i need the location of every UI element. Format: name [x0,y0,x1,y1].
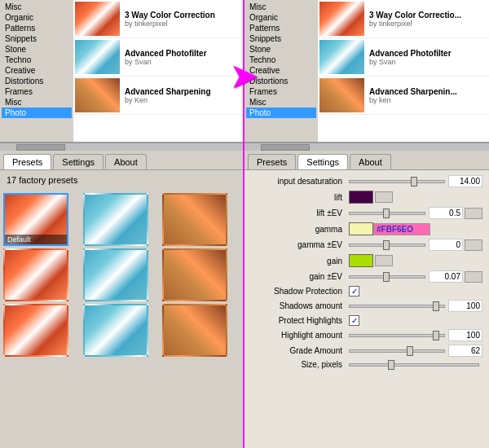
hex-gamma[interactable]: #FBF6EO [373,223,430,235]
slider-input-desaturation[interactable] [349,180,445,183]
right-cat-stone[interactable]: Stone [246,44,316,55]
right-tab-presets[interactable]: Presets [248,154,296,169]
preset-thumb-2[interactable] [162,193,227,246]
right-hscrollbar[interactable] [244,143,489,151]
preset-thumb-1[interactable] [83,193,148,246]
control-lift [349,191,482,204]
cat-creative[interactable]: Creative [2,65,72,76]
slider-shadows-amount[interactable] [349,305,445,308]
plugin-author-2: by Svan [125,58,207,66]
label-gamma: gamma [251,225,349,234]
value-gamma-ev[interactable]: 0 [429,239,463,251]
value-lift-ev[interactable]: 0.5 [429,207,463,219]
plugin-name-2: Advanced Photofilter [125,49,207,58]
control-size-pixels [349,363,482,367]
control-lift-ev: 0.5 [349,207,482,219]
slider-thumb-highlight-amount[interactable] [433,331,439,340]
cat-misc-2[interactable]: Misc [2,97,72,108]
plugin-item-3[interactable]: Advanced Sharpening by Ken [73,77,243,115]
preset-thumb-8[interactable] [162,304,227,357]
row-size-pixels: Size, pixels [251,360,482,369]
plugin-item-2[interactable]: Advanced Photofilter by Svan [73,38,243,77]
swatch-gamma[interactable] [349,222,373,235]
checkbox-shadow-protection[interactable]: ✓ [349,286,359,296]
right-tab-settings[interactable]: Settings [297,154,348,169]
slider-thumb-shadows-amount[interactable] [433,301,439,311]
value-gain-ev[interactable]: 0.07 [429,270,463,283]
cat-patterns[interactable]: Patterns [2,23,72,33]
right-plugin-info-3: Advanced Sharpenin... by ken [369,87,457,104]
slider-thumb-lift-ev[interactable] [383,209,390,218]
left-tab-settings[interactable]: Settings [53,154,104,169]
right-cat-snippets[interactable]: Snippets [246,33,316,44]
slider-lift-ev[interactable] [349,212,425,215]
control-gain-ev: 0.07 [349,270,482,283]
slider-size-pixels[interactable] [349,363,479,367]
slider-highlight-amount[interactable] [349,334,445,337]
left-tab-about[interactable]: About [105,154,147,169]
cat-organic[interactable]: Organic [2,12,72,23]
right-cat-misc-2[interactable]: Misc [246,97,316,108]
plugin-thumb-3 [75,78,120,112]
value-grade-amount[interactable]: 62 [448,345,482,357]
swatch-gain[interactable] [349,254,373,267]
right-hscrollbar-thumb[interactable] [261,144,310,151]
cat-stone[interactable]: Stone [2,44,72,55]
preset-thumb-5[interactable] [162,248,227,301]
right-cat-organic[interactable]: Organic [246,12,316,23]
cat-snippets[interactable]: Snippets [2,33,72,44]
left-panel: Misc Organic Patterns Snippets Stone Tec… [0,0,244,448]
right-plugin-author-1: by tinkerpixel [369,20,461,28]
btn-lift-ev[interactable] [465,208,482,219]
left-hscrollbar[interactable] [0,143,243,151]
preset-thumb-3[interactable] [3,248,68,301]
slider-thumb-gain-ev[interactable] [383,272,390,282]
row-gamma-ev: gamma ±EV 0 [251,239,482,251]
right-cat-photo[interactable]: Photo [246,108,316,118]
cat-misc-1[interactable]: Misc [2,2,72,12]
slider-grade-amount[interactable] [349,349,445,353]
right-plugin-thumb-1 [319,2,364,36]
value-input-desaturation[interactable]: 14.00 [448,175,482,187]
left-tab-presets[interactable]: Presets [3,154,51,169]
right-plugin-item-3[interactable]: Advanced Sharpenin... by ken [318,77,489,115]
right-tabs-bar: Presets Settings About [244,151,489,170]
left-hscrollbar-thumb[interactable] [16,144,65,151]
slider-gamma-ev[interactable] [349,244,425,247]
plugin-name-3: Advanced Sharpening [125,87,211,96]
plugin-info-2: Advanced Photofilter by Svan [125,49,207,66]
right-plugin-item-2[interactable]: Advanced Photofilter by Svan [318,38,489,77]
cat-techno[interactable]: Techno [2,55,72,65]
preset-thumb-0[interactable]: Default [3,193,68,246]
slider-thumb-gamma-ev[interactable] [383,240,390,250]
swatch-lift[interactable] [349,191,373,204]
right-tab-about[interactable]: About [350,154,391,169]
preset-thumb-7[interactable] [83,304,148,357]
presets-grid: Default [0,190,243,360]
preset-thumb-6[interactable] [3,304,68,357]
value-shadows-amount[interactable]: 100 [448,300,482,312]
label-shadows-amount: Shadows amount [251,301,349,310]
right-cat-patterns[interactable]: Patterns [246,23,316,33]
cat-photo[interactable]: Photo [2,108,72,118]
cat-frames[interactable]: Frames [2,86,72,97]
preset-thumb-4[interactable] [83,248,148,301]
right-plugin-name-3: Advanced Sharpenin... [369,87,457,96]
slider-thumb-grade-amount[interactable] [407,346,413,356]
btn-lift[interactable] [375,191,393,203]
slider-thumb-input-desaturation[interactable] [411,177,417,187]
plugin-item-1[interactable]: 3 Way Color Correction by tinkerpixel [73,0,243,38]
btn-gamma-ev[interactable] [465,239,482,251]
row-highlight-amount: Highlight amount 100 [251,329,482,341]
checkbox-protect-highlights[interactable]: ✓ [349,315,359,326]
plugin-thumb-2 [75,40,120,74]
btn-gain[interactable] [375,255,393,266]
cat-distortions[interactable]: Distortions [2,76,72,86]
right-cat-misc-1[interactable]: Misc [246,2,316,12]
btn-gain-ev[interactable] [465,271,482,283]
right-plugin-name-1: 3 Way Color Correctio... [369,11,461,20]
slider-gain-ev[interactable] [349,275,425,279]
slider-thumb-size-pixels[interactable] [388,360,394,370]
value-highlight-amount[interactable]: 100 [448,329,482,341]
right-plugin-item-1[interactable]: 3 Way Color Correctio... by tinkerpixel [318,0,489,38]
